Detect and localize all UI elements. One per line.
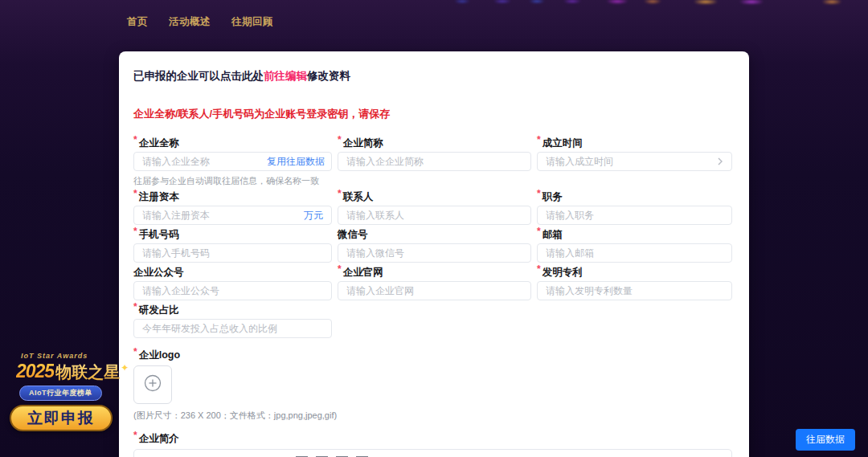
application-form-card: 已申报的企业可以点击此处前往编辑修改资料 企业全称/联系人/手机号码为企业账号登…	[119, 51, 749, 457]
company-name-label: 企业全称	[139, 137, 179, 150]
required-marker: *	[338, 134, 342, 145]
company-name-helper: 往届参与企业自动调取往届信息，确保名称一致	[133, 175, 332, 187]
required-marker: *	[133, 346, 137, 357]
field-phone: *手机号码	[133, 228, 332, 263]
login-key-warning: 企业全称/联系人/手机号码为企业账号登录密钥，请保存	[133, 107, 732, 121]
phone-input[interactable]	[133, 243, 332, 263]
promo-year: 2025	[16, 361, 54, 382]
required-marker: *	[537, 134, 541, 145]
required-marker: *	[537, 226, 541, 237]
chevron-right-icon	[717, 157, 723, 165]
email-label: 邮箱	[542, 228, 563, 242]
official-account-label: 企业公众号	[133, 266, 184, 280]
company-name-input-wrap: 复用往届数据	[133, 152, 332, 171]
wechat-input[interactable]	[338, 243, 531, 263]
email-input[interactable]	[537, 243, 732, 263]
company-short-name-input[interactable]	[338, 152, 531, 171]
registered-capital-label: 注册资本	[139, 190, 179, 204]
contact-person-input[interactable]	[338, 206, 531, 225]
required-marker: *	[133, 301, 137, 312]
required-marker: *	[133, 134, 137, 145]
logo-upload-box[interactable]	[133, 365, 172, 404]
website-input[interactable]	[338, 281, 531, 300]
founding-time-picker[interactable]	[537, 152, 732, 171]
required-marker: *	[537, 263, 541, 275]
contact-person-label: 联系人	[343, 190, 374, 204]
founding-time-input[interactable]	[546, 156, 717, 167]
field-contact-person: *联系人	[338, 190, 531, 225]
required-marker: *	[133, 430, 137, 441]
form-grid: *企业全称 复用往届数据 往届参与企业自动调取往届信息，确保名称一致 *企业简称…	[133, 137, 732, 338]
required-marker: *	[133, 226, 137, 237]
registered-capital-input[interactable]	[142, 210, 304, 221]
wechat-label: 微信号	[338, 228, 368, 242]
align-left-icon[interactable]	[295, 453, 308, 457]
registered-capital-input-wrap: 万元	[133, 206, 332, 225]
field-website: *企业官网	[338, 266, 531, 300]
field-wechat: 微信号	[338, 228, 531, 263]
editor-toolbar: ↶ ↷ B I x² x₂	[134, 450, 731, 457]
field-official-account: 企业公众号	[133, 266, 332, 300]
bold-icon[interactable]: B	[199, 453, 212, 457]
field-company-name: *企业全称 复用往届数据 往届参与企业自动调取往届信息，确保名称一致	[133, 137, 332, 187]
subscript-icon[interactable]: x₂	[260, 453, 272, 457]
field-patents: *发明专利	[537, 266, 732, 300]
required-marker: *	[537, 188, 541, 199]
promo-eyebrow: IoT Star Awards	[21, 352, 124, 360]
field-company-logo: *企业logo (图片尺寸：236 X 200；文件格式：jpg,png,jpe…	[133, 349, 732, 422]
patents-input[interactable]	[537, 281, 732, 300]
reuse-past-data-link[interactable]: 复用往届数据	[267, 155, 325, 169]
edit-notice: 已申报的企业可以点击此处前往编辑修改资料	[133, 69, 732, 84]
field-registered-capital: *注册资本 万元	[133, 190, 332, 225]
field-rd-ratio: *研发占比	[133, 304, 332, 338]
company-short-name-label: 企业简称	[343, 137, 383, 150]
go-edit-link[interactable]: 前往编辑	[264, 70, 307, 82]
logo-format-note: (图片尺寸：236 X 200；文件格式：jpg,png,jpeg,gif)	[133, 410, 732, 422]
rich-text-editor: ↶ ↷ B I x² x₂	[133, 449, 732, 457]
field-company-profile: *企业简介 ↶ ↷ B I x² x₂	[133, 432, 732, 457]
required-marker: *	[133, 188, 137, 199]
align-right-icon[interactable]	[335, 453, 348, 457]
plus-circle-icon	[144, 374, 162, 395]
capital-unit-label: 万元	[304, 209, 323, 222]
phone-label: 手机号码	[139, 228, 179, 242]
top-banner-art	[0, 0, 868, 4]
official-account-input[interactable]	[133, 281, 332, 300]
field-company-short-name: *企业简称	[338, 137, 531, 187]
align-justify-icon[interactable]	[355, 453, 368, 457]
event-promo-badge: IoT Star Awards 2025 物联之星 ✦ AIoT行业年度榜单 立…	[10, 352, 124, 431]
field-position: *职务	[537, 190, 732, 225]
star-icon: ✦	[121, 362, 129, 373]
rd-ratio-input[interactable]	[133, 319, 332, 338]
company-profile-label: 企业简介	[139, 432, 179, 446]
promo-brand: 2025 物联之星 ✦	[16, 361, 124, 383]
field-email: *邮箱	[537, 228, 732, 263]
nav-item-past-review[interactable]: 往期回顾	[231, 15, 273, 29]
notice-prefix: 已申报的企业可以点击此处	[133, 70, 264, 82]
notice-suffix: 修改资料	[307, 70, 350, 82]
main-nav: 首页 活动概述 往期回顾	[127, 15, 273, 29]
promo-title: 物联之星	[55, 361, 120, 383]
apply-now-button[interactable]: 立即申报	[10, 405, 113, 431]
required-marker: *	[338, 188, 342, 199]
nav-item-overview[interactable]: 活动概述	[169, 15, 211, 29]
italic-icon[interactable]: I	[219, 453, 232, 457]
field-founding-time: *成立时间	[537, 137, 732, 187]
position-label: 职务	[542, 190, 563, 204]
rd-ratio-label: 研发占比	[139, 304, 179, 317]
founding-time-label: 成立时间	[542, 137, 583, 150]
company-logo-label: 企业logo	[139, 349, 180, 362]
position-input[interactable]	[537, 206, 732, 225]
align-center-icon[interactable]	[315, 453, 328, 457]
required-marker: *	[338, 263, 342, 275]
history-data-button[interactable]: 往届数据	[796, 429, 855, 451]
undo-icon[interactable]: ↶	[144, 453, 157, 457]
promo-subtitle-pill: AIoT行业年度榜单	[19, 386, 102, 401]
patents-label: 发明专利	[542, 266, 583, 280]
superscript-icon[interactable]: x²	[240, 453, 252, 457]
nav-item-home[interactable]: 首页	[127, 15, 148, 29]
redo-icon[interactable]: ↷	[164, 453, 177, 457]
website-label: 企业官网	[343, 266, 383, 280]
company-name-input[interactable]	[142, 156, 267, 167]
apply-now-label: 立即申报	[27, 408, 95, 429]
